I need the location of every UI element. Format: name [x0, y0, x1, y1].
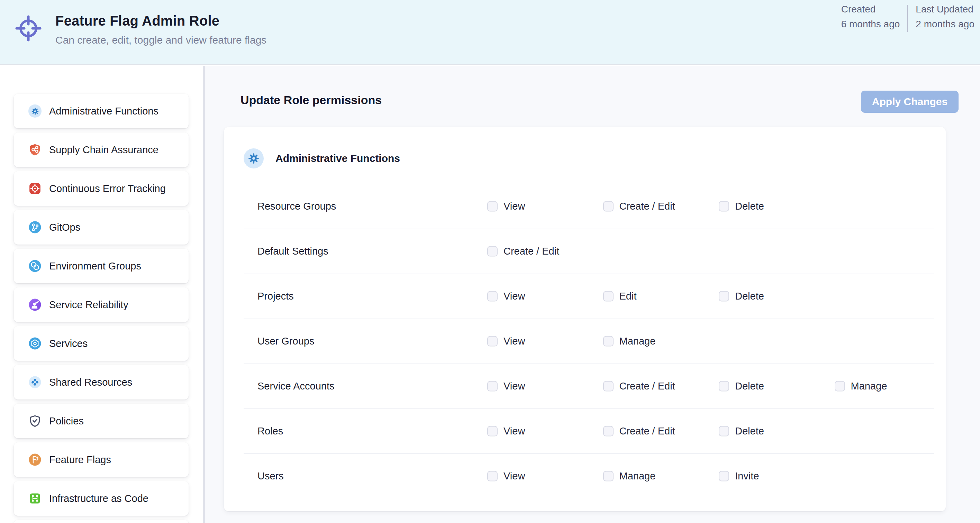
permission-label: View — [503, 200, 525, 212]
permission-checkbox[interactable] — [487, 471, 498, 481]
permission-label: Create / Edit — [619, 426, 675, 437]
permission-cell: View — [487, 380, 525, 392]
permission-cell: View — [487, 291, 525, 302]
created-label: Created — [841, 4, 900, 15]
target-square-icon — [29, 182, 41, 195]
permission-cell: Delete — [719, 200, 764, 212]
sidebar: Administrative FunctionsSupply Chain Ass… — [0, 66, 204, 523]
permission-label: Create / Edit — [503, 246, 559, 257]
hexagons-icon — [29, 259, 41, 273]
section-header: Administrative Functions — [243, 148, 400, 169]
permission-label: Delete — [735, 380, 764, 392]
permission-label: Edit — [619, 291, 637, 302]
permission-checkbox[interactable] — [487, 201, 498, 211]
permission-checkbox[interactable] — [719, 471, 729, 481]
sidebar-item-label: Infrastructure as Code — [49, 493, 148, 504]
permission-cell: Delete — [719, 426, 764, 437]
sidebar-item-label: GitOps — [49, 222, 80, 233]
permission-checkbox[interactable] — [603, 291, 614, 301]
apply-changes-button[interactable]: Apply Changes — [861, 91, 959, 113]
permission-checkbox[interactable] — [487, 426, 498, 436]
sidebar-item-label: Shared Resources — [49, 377, 132, 388]
permission-checkbox[interactable] — [719, 201, 729, 211]
permission-cell: Manage — [835, 380, 887, 392]
resource-label: Default Settings — [258, 246, 328, 257]
page-title: Feature Flag Admin Role — [56, 13, 266, 29]
section-title: Administrative Functions — [275, 153, 400, 164]
sidebar-item-continuous-error-tracking[interactable]: Continuous Error Tracking — [14, 171, 189, 206]
sidebar-item-label: Continuous Error Tracking — [49, 183, 166, 194]
resource-label: Users — [258, 471, 284, 482]
sidebar-item-service-reliability[interactable]: Service Reliability — [14, 288, 189, 322]
main-panel: Update Role permissions Apply Changes Ad… — [205, 66, 980, 523]
shield-check-icon — [29, 414, 41, 428]
sidebar-item-gitops[interactable]: GitOps — [14, 210, 189, 245]
permission-label: Manage — [619, 471, 656, 482]
permission-checkbox[interactable] — [835, 381, 845, 391]
sidebar-item-label: Services — [49, 338, 88, 349]
permission-label: View — [503, 426, 525, 437]
diamond-tiles-icon — [29, 376, 41, 389]
permission-label: Create / Edit — [619, 200, 675, 212]
resource-label: Resource Groups — [258, 200, 336, 212]
permission-cell: View — [487, 335, 525, 347]
permission-label: Create / Edit — [619, 380, 675, 392]
permission-checkbox[interactable] — [603, 336, 614, 346]
sidebar-item-policies[interactable]: Policies — [14, 404, 189, 438]
app-root: Feature Flag Admin Role Can create, edit… — [0, 0, 980, 523]
sidebar-item-label: Service Reliability — [49, 299, 128, 311]
permission-checkbox[interactable] — [603, 426, 614, 436]
permission-label: View — [503, 335, 525, 347]
sidebar-item-partial[interactable] — [14, 520, 189, 523]
permission-checkbox[interactable] — [719, 426, 729, 436]
permission-checkbox[interactable] — [719, 291, 729, 301]
sidebar-item-environment-groups[interactable]: Environment Groups — [14, 249, 189, 283]
sidebar-item-administrative-functions[interactable]: Administrative Functions — [14, 94, 189, 128]
sidebar-item-services[interactable]: Services — [14, 326, 189, 361]
permission-checkbox[interactable] — [487, 246, 498, 256]
permission-row: ProjectsViewEditDelete — [224, 273, 946, 319]
permission-checkbox[interactable] — [487, 291, 498, 301]
header-titles: Feature Flag Admin Role Can create, edit… — [56, 13, 266, 46]
permission-checkbox[interactable] — [603, 471, 614, 481]
permission-label: Manage — [851, 380, 887, 392]
gear-icon — [29, 105, 41, 118]
permission-row: User GroupsViewManage — [224, 319, 946, 364]
permission-checkbox[interactable] — [487, 381, 498, 391]
permission-cell: Create / Edit — [603, 200, 675, 212]
iac-tree-icon — [29, 492, 41, 505]
permission-cell: View — [487, 200, 525, 212]
gear-icon — [243, 148, 264, 169]
resource-label: User Groups — [258, 335, 314, 347]
sidebar-item-label: Environment Groups — [49, 261, 141, 272]
sidebar-item-shared-resources[interactable]: Shared Resources — [14, 365, 189, 399]
last-updated-label: Last Updated — [916, 4, 974, 15]
flag-icon — [29, 453, 41, 466]
permission-checkbox[interactable] — [719, 381, 729, 391]
permission-checkbox[interactable] — [487, 336, 498, 346]
permission-row: UsersViewManageInvite — [224, 453, 946, 498]
sidebar-item-supply-chain-assurance[interactable]: Supply Chain Assurance — [14, 132, 189, 167]
last-updated-value: 2 months ago — [916, 19, 974, 30]
created-value: 6 months ago — [841, 19, 900, 30]
sidebar-item-infrastructure-as-code[interactable]: Infrastructure as Code — [14, 481, 189, 516]
permission-cell: View — [487, 471, 525, 482]
page-header: Feature Flag Admin Role Can create, edit… — [0, 0, 980, 65]
permission-label: Delete — [735, 426, 764, 437]
permission-checkbox[interactable] — [603, 381, 614, 391]
sidebar-item-label: Administrative Functions — [49, 105, 159, 117]
sidebar-item-feature-flags[interactable]: Feature Flags — [14, 442, 189, 477]
person-check-icon — [29, 298, 41, 311]
resource-label: Service Accounts — [258, 380, 334, 392]
resource-label: Roles — [258, 426, 283, 437]
permission-cell: Create / Edit — [487, 246, 559, 257]
permission-label: Manage — [619, 335, 656, 347]
sidebar-item-label: Policies — [49, 415, 84, 427]
permission-label: Delete — [735, 200, 764, 212]
sidebar-item-label: Supply Chain Assurance — [49, 144, 159, 156]
meta-divider — [907, 5, 908, 32]
permission-cell: Delete — [719, 291, 764, 302]
permission-row: RolesViewCreate / EditDelete — [224, 409, 946, 453]
permission-checkbox[interactable] — [603, 201, 614, 211]
permission-cell: View — [487, 426, 525, 437]
